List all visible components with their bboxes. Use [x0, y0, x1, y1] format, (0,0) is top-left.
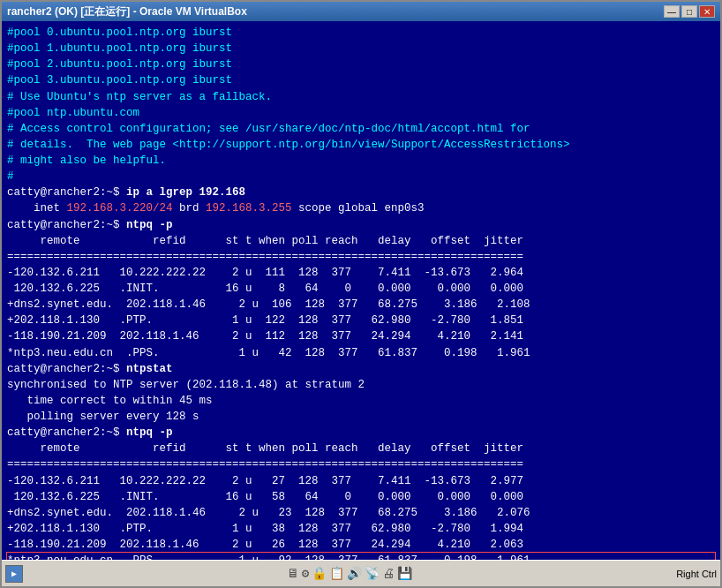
titlebar: rancher2 (OK) [正在运行] - Oracle VM Virtual… — [2, 2, 720, 21]
terminal-line: *ntp3.neu.edu.cn .PPS. 1 u 42 128 377 61… — [7, 345, 715, 361]
tray-icon-3: 🔒 — [312, 566, 327, 581]
terminal-line: -120.132.6.211 10.222.222.22 2 u 111 128… — [7, 265, 715, 281]
terminal-line: inet 192.168.3.220/24 brd 192.168.3.255 … — [7, 200, 715, 216]
tray-icon-4: 📋 — [329, 566, 344, 581]
system-tray: 🖥 ⚙ 🔒 📋 🔊 📡 🖨 💾 — [287, 566, 412, 581]
terminal-line: 120.132.6.225 .INIT. 16 u 58 64 0 0.000 … — [7, 489, 715, 505]
terminal-line: +202.118.1.130 .PTP. 1 u 38 128 377 62.9… — [7, 521, 715, 537]
terminal-line: 120.132.6.225 .INIT. 16 u 8 64 0 0.000 0… — [7, 281, 715, 297]
terminal-line: ========================================… — [7, 456, 715, 472]
terminal-line: +202.118.1.130 .PTP. 1 u 122 128 377 62.… — [7, 313, 715, 328]
terminal-line: #pool 2.ubuntu.pool.ntp.org iburst — [7, 57, 715, 72]
terminal-line: *ntp3.neu.edu.cn .PPS. 1 u 92 128 377 61… — [7, 553, 715, 560]
terminal-line: #pool ntp.ubuntu.com — [7, 105, 715, 121]
terminal-line: #pool 3.ubuntu.pool.ntp.org iburst — [7, 72, 715, 88]
terminal-line: synchronised to NTP server (202.118.1.48… — [7, 377, 715, 393]
right-ctrl-label: Right Ctrl — [676, 569, 717, 579]
window-controls: — □ ✕ — [664, 5, 715, 18]
terminal-line: #pool 1.ubuntu.pool.ntp.org iburst — [7, 41, 715, 57]
terminal-line: # — [7, 169, 715, 185]
tray-icon-6: 📡 — [365, 566, 380, 581]
tray-icon-5: 🔊 — [347, 566, 362, 581]
terminal-line: +dns2.synet.edu. 202.118.1.46 2 u 106 12… — [7, 297, 715, 313]
tray-icon-8: 💾 — [397, 566, 412, 581]
start-area[interactable]: ▶ — [5, 565, 23, 583]
terminal-line: ========================================… — [7, 249, 715, 265]
terminal-line: # might also be helpful. — [7, 153, 715, 169]
terminal-line: catty@rancher2:~$ ip a lgrep 192.168 — [7, 185, 715, 200]
terminal-line: remote refid st t when poll reach delay … — [7, 441, 715, 456]
terminal-line: -118.190.21.209 202.118.1.46 2 u 112 128… — [7, 328, 715, 344]
terminal-line: # Access control configuration; see /usr… — [7, 121, 715, 137]
terminal-line: catty@rancher2:~$ ntpq -p — [7, 217, 715, 233]
tray-icon-7: 🖨 — [382, 567, 395, 581]
window-title: rancher2 (OK) [正在运行] - Oracle VM Virtual… — [7, 4, 247, 19]
terminal-line: time correct to within 45 ms — [7, 393, 715, 409]
minimize-button[interactable]: — — [664, 5, 680, 18]
terminal-line: remote refid st t when poll reach delay … — [7, 233, 715, 249]
taskbar-left: ▶ — [5, 565, 23, 583]
taskbar-right-label: Right Ctrl — [676, 569, 717, 579]
terminal-line: -120.132.6.211 10.222.222.22 2 u 27 128 … — [7, 473, 715, 489]
maximize-button[interactable]: □ — [681, 5, 697, 18]
terminal-line: +dns2.synet.edu. 202.118.1.46 2 u 23 128… — [7, 505, 715, 521]
terminal-line: #pool 0.ubuntu.pool.ntp.org iburst — [7, 25, 715, 41]
terminal-line: # Use Ubuntu's ntp server as a fallback. — [7, 89, 715, 105]
tray-icon-2: ⚙ — [302, 566, 309, 581]
terminal-line: polling server every 128 s — [7, 409, 715, 425]
terminal-area[interactable]: #pool 0.ubuntu.pool.ntp.org iburst#pool … — [2, 21, 720, 560]
virtualbox-window: rancher2 (OK) [正在运行] - Oracle VM Virtual… — [0, 0, 722, 588]
terminal-line: # details. The web page <http://support.… — [7, 137, 715, 153]
terminal-line: catty@rancher2:~$ ntpq -p — [7, 425, 715, 441]
taskbar: ▶ 🖥 ⚙ 🔒 📋 🔊 📡 🖨 💾 Right Ctrl — [2, 560, 720, 586]
terminal-line: -118.190.21.209 202.118.1.46 2 u 26 128 … — [7, 537, 715, 553]
tray-icon-1: 🖥 — [287, 567, 299, 581]
close-button[interactable]: ✕ — [699, 5, 715, 18]
terminal-line: catty@rancher2:~$ ntpstat — [7, 361, 715, 377]
